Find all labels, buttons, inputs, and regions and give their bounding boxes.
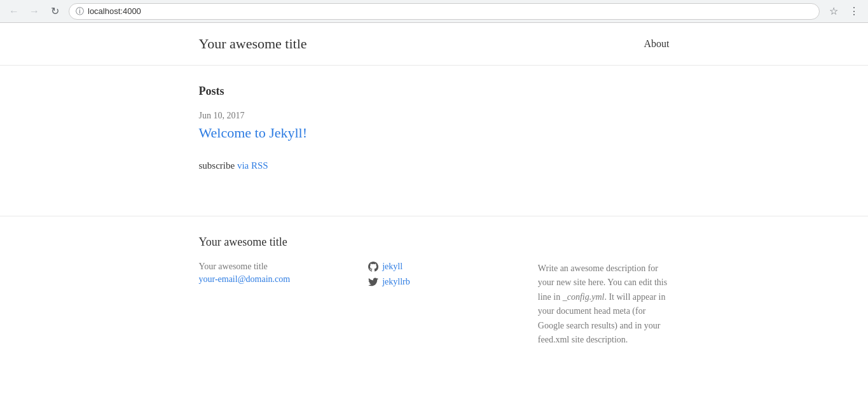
browser-nav-buttons: ← → ↻ xyxy=(5,3,64,20)
back-button[interactable]: ← xyxy=(5,3,23,20)
config-reference: _config.yml xyxy=(563,292,605,302)
post-date: Jun 10, 2017 xyxy=(199,111,670,121)
post-title-link[interactable]: Welcome to Jekyll! xyxy=(199,125,308,141)
twitter-label: jekyllrb xyxy=(382,277,410,287)
url-text: localhost:4000 xyxy=(88,6,141,16)
nav-about-link[interactable]: About xyxy=(644,38,670,49)
bookmark-button[interactable]: ☆ xyxy=(825,3,843,20)
site-title: Your awesome title xyxy=(199,36,307,52)
address-bar[interactable]: ⓘ localhost:4000 xyxy=(69,3,820,20)
footer-social-col: jekyll jekyllrb xyxy=(368,262,500,292)
reload-button[interactable]: ↻ xyxy=(46,3,64,20)
posts-heading: Posts xyxy=(199,85,670,98)
site-main: Posts Jun 10, 2017 Welcome to Jekyll! su… xyxy=(180,66,689,190)
footer-email-link[interactable]: your-email@domain.com xyxy=(199,274,291,284)
rss-link[interactable]: via RSS xyxy=(237,160,268,171)
info-icon: ⓘ xyxy=(76,6,84,17)
footer-contact-col: Your awesome title your-email@domain.com xyxy=(199,262,331,287)
site-header: Your awesome title About xyxy=(0,23,868,66)
subscribe-prefix: subscribe xyxy=(199,160,237,171)
footer-columns: Your awesome title your-email@domain.com… xyxy=(199,262,670,347)
site-nav: About xyxy=(644,38,670,50)
github-label: jekyll xyxy=(382,262,403,272)
posts-section: Posts Jun 10, 2017 Welcome to Jekyll! su… xyxy=(199,85,670,171)
post-item: Jun 10, 2017 Welcome to Jekyll! xyxy=(199,111,670,141)
footer-title: Your awesome title xyxy=(199,236,670,249)
twitter-link[interactable]: jekyllrb xyxy=(368,277,500,287)
browser-chrome: ← → ↻ ⓘ localhost:4000 ☆ ⋮ xyxy=(0,0,868,23)
site-footer: Your awesome title Your awesome title yo… xyxy=(0,216,868,366)
browser-actions: ☆ ⋮ xyxy=(825,3,863,20)
menu-button[interactable]: ⋮ xyxy=(845,3,863,20)
twitter-icon xyxy=(368,277,378,287)
github-link[interactable]: jekyll xyxy=(368,262,500,272)
footer-desc-col: Write an awesome description for your ne… xyxy=(538,262,670,347)
forward-button[interactable]: → xyxy=(25,3,43,20)
github-icon xyxy=(368,262,378,272)
subscribe-line: subscribe via RSS xyxy=(199,160,670,171)
footer-description: Write an awesome description for your ne… xyxy=(538,262,670,347)
footer-site-name: Your awesome title xyxy=(199,262,331,272)
